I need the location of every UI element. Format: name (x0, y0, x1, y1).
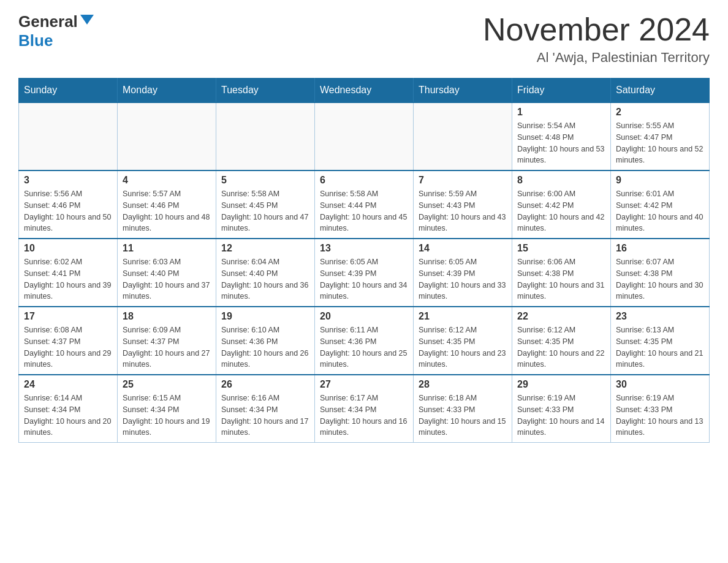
day-number: 10 (24, 243, 112, 254)
day-number: 15 (517, 243, 605, 254)
calendar-week-row: 17Sunrise: 6:08 AMSunset: 4:37 PMDayligh… (19, 307, 710, 375)
day-number: 26 (221, 379, 309, 390)
day-info: Sunrise: 6:14 AMSunset: 4:34 PMDaylight:… (24, 393, 112, 439)
day-number: 14 (419, 243, 507, 254)
calendar-cell: 10Sunrise: 6:02 AMSunset: 4:41 PMDayligh… (19, 239, 118, 307)
calendar-cell: 7Sunrise: 5:59 AMSunset: 4:43 PMDaylight… (414, 170, 512, 239)
calendar-cell: 15Sunrise: 6:06 AMSunset: 4:38 PMDayligh… (512, 239, 611, 307)
calendar-cell (19, 102, 118, 170)
calendar-week-row: 24Sunrise: 6:14 AMSunset: 4:34 PMDayligh… (19, 375, 710, 443)
calendar-cell: 9Sunrise: 6:01 AMSunset: 4:42 PMDaylight… (611, 170, 710, 239)
day-info: Sunrise: 6:11 AMSunset: 4:36 PMDaylight:… (320, 324, 408, 370)
calendar-cell: 5Sunrise: 5:58 AMSunset: 4:45 PMDaylight… (216, 170, 315, 239)
calendar-week-row: 1Sunrise: 5:54 AMSunset: 4:48 PMDaylight… (19, 102, 710, 170)
day-info: Sunrise: 6:00 AMSunset: 4:42 PMDaylight:… (517, 188, 605, 234)
calendar-cell: 24Sunrise: 6:14 AMSunset: 4:34 PMDayligh… (19, 375, 118, 443)
day-info: Sunrise: 5:58 AMSunset: 4:45 PMDaylight:… (221, 188, 309, 234)
calendar-cell: 6Sunrise: 5:58 AMSunset: 4:44 PMDaylight… (315, 170, 414, 239)
logo-blue-text: Blue (18, 31, 53, 50)
day-number: 3 (24, 175, 112, 186)
calendar-cell: 1Sunrise: 5:54 AMSunset: 4:48 PMDaylight… (512, 102, 611, 170)
day-info: Sunrise: 6:12 AMSunset: 4:35 PMDaylight:… (419, 324, 507, 370)
day-number: 16 (616, 243, 704, 254)
calendar-cell: 25Sunrise: 6:15 AMSunset: 4:34 PMDayligh… (118, 375, 216, 443)
calendar-cell: 28Sunrise: 6:18 AMSunset: 4:33 PMDayligh… (414, 375, 512, 443)
day-number: 22 (517, 311, 605, 322)
calendar-cell: 4Sunrise: 5:57 AMSunset: 4:46 PMDaylight… (118, 170, 216, 239)
day-info: Sunrise: 5:54 AMSunset: 4:48 PMDaylight:… (517, 120, 605, 166)
page-header: General Blue November 2024 Al 'Awja, Pal… (18, 12, 710, 66)
weekday-header-wednesday: Wednesday (315, 79, 414, 103)
day-info: Sunrise: 5:57 AMSunset: 4:46 PMDaylight:… (123, 188, 211, 234)
calendar-cell: 12Sunrise: 6:04 AMSunset: 4:40 PMDayligh… (216, 239, 315, 307)
day-info: Sunrise: 6:06 AMSunset: 4:38 PMDaylight:… (517, 256, 605, 302)
day-info: Sunrise: 5:58 AMSunset: 4:44 PMDaylight:… (320, 188, 408, 234)
day-number: 27 (320, 379, 408, 390)
logo: General Blue (18, 12, 94, 50)
day-info: Sunrise: 5:56 AMSunset: 4:46 PMDaylight:… (24, 188, 112, 234)
calendar-cell: 13Sunrise: 6:05 AMSunset: 4:39 PMDayligh… (315, 239, 414, 307)
day-number: 18 (123, 311, 211, 322)
day-number: 11 (123, 243, 211, 254)
calendar-week-row: 10Sunrise: 6:02 AMSunset: 4:41 PMDayligh… (19, 239, 710, 307)
day-number: 25 (123, 379, 211, 390)
calendar-table: SundayMondayTuesdayWednesdayThursdayFrid… (18, 78, 710, 443)
calendar-cell: 8Sunrise: 6:00 AMSunset: 4:42 PMDaylight… (512, 170, 611, 239)
logo-general-text: General (18, 12, 78, 31)
calendar-cell: 17Sunrise: 6:08 AMSunset: 4:37 PMDayligh… (19, 307, 118, 375)
calendar-cell: 16Sunrise: 6:07 AMSunset: 4:38 PMDayligh… (611, 239, 710, 307)
calendar-cell (118, 102, 216, 170)
day-number: 6 (320, 175, 408, 186)
day-info: Sunrise: 5:59 AMSunset: 4:43 PMDaylight:… (419, 188, 507, 234)
day-number: 5 (221, 175, 309, 186)
weekday-header-monday: Monday (118, 79, 216, 103)
day-info: Sunrise: 6:03 AMSunset: 4:40 PMDaylight:… (123, 256, 211, 302)
calendar-cell: 30Sunrise: 6:19 AMSunset: 4:33 PMDayligh… (611, 375, 710, 443)
title-section: November 2024 Al 'Awja, Palestinian Terr… (483, 12, 710, 66)
day-number: 24 (24, 379, 112, 390)
day-info: Sunrise: 6:02 AMSunset: 4:41 PMDaylight:… (24, 256, 112, 302)
day-info: Sunrise: 6:18 AMSunset: 4:33 PMDaylight:… (419, 393, 507, 439)
day-number: 29 (517, 379, 605, 390)
location-subtitle: Al 'Awja, Palestinian Territory (483, 50, 710, 66)
day-number: 2 (616, 107, 704, 118)
day-number: 28 (419, 379, 507, 390)
logo-triangle-icon (80, 15, 94, 25)
day-info: Sunrise: 6:17 AMSunset: 4:34 PMDaylight:… (320, 393, 408, 439)
calendar-cell: 19Sunrise: 6:10 AMSunset: 4:36 PMDayligh… (216, 307, 315, 375)
weekday-header-friday: Friday (512, 79, 611, 103)
day-info: Sunrise: 6:07 AMSunset: 4:38 PMDaylight:… (616, 256, 704, 302)
day-info: Sunrise: 6:08 AMSunset: 4:37 PMDaylight:… (24, 324, 112, 370)
calendar-week-row: 3Sunrise: 5:56 AMSunset: 4:46 PMDaylight… (19, 170, 710, 239)
calendar-cell: 27Sunrise: 6:17 AMSunset: 4:34 PMDayligh… (315, 375, 414, 443)
day-info: Sunrise: 6:05 AMSunset: 4:39 PMDaylight:… (320, 256, 408, 302)
day-number: 4 (123, 175, 211, 186)
calendar-cell: 18Sunrise: 6:09 AMSunset: 4:37 PMDayligh… (118, 307, 216, 375)
day-info: Sunrise: 6:13 AMSunset: 4:35 PMDaylight:… (616, 324, 704, 370)
day-number: 12 (221, 243, 309, 254)
day-info: Sunrise: 6:10 AMSunset: 4:36 PMDaylight:… (221, 324, 309, 370)
day-info: Sunrise: 6:16 AMSunset: 4:34 PMDaylight:… (221, 393, 309, 439)
calendar-cell: 3Sunrise: 5:56 AMSunset: 4:46 PMDaylight… (19, 170, 118, 239)
day-number: 8 (517, 175, 605, 186)
day-number: 19 (221, 311, 309, 322)
day-info: Sunrise: 6:12 AMSunset: 4:35 PMDaylight:… (517, 324, 605, 370)
day-number: 23 (616, 311, 704, 322)
calendar-cell: 22Sunrise: 6:12 AMSunset: 4:35 PMDayligh… (512, 307, 611, 375)
calendar-cell: 21Sunrise: 6:12 AMSunset: 4:35 PMDayligh… (414, 307, 512, 375)
weekday-header-sunday: Sunday (19, 79, 118, 103)
calendar-cell: 2Sunrise: 5:55 AMSunset: 4:47 PMDaylight… (611, 102, 710, 170)
day-info: Sunrise: 6:19 AMSunset: 4:33 PMDaylight:… (616, 393, 704, 439)
day-number: 7 (419, 175, 507, 186)
weekday-header-tuesday: Tuesday (216, 79, 315, 103)
day-number: 13 (320, 243, 408, 254)
day-number: 17 (24, 311, 112, 322)
month-year-title: November 2024 (483, 12, 710, 47)
calendar-cell: 20Sunrise: 6:11 AMSunset: 4:36 PMDayligh… (315, 307, 414, 375)
calendar-cell (216, 102, 315, 170)
day-number: 21 (419, 311, 507, 322)
day-info: Sunrise: 6:19 AMSunset: 4:33 PMDaylight:… (517, 393, 605, 439)
svg-marker-0 (80, 15, 94, 25)
calendar-cell (414, 102, 512, 170)
day-number: 20 (320, 311, 408, 322)
